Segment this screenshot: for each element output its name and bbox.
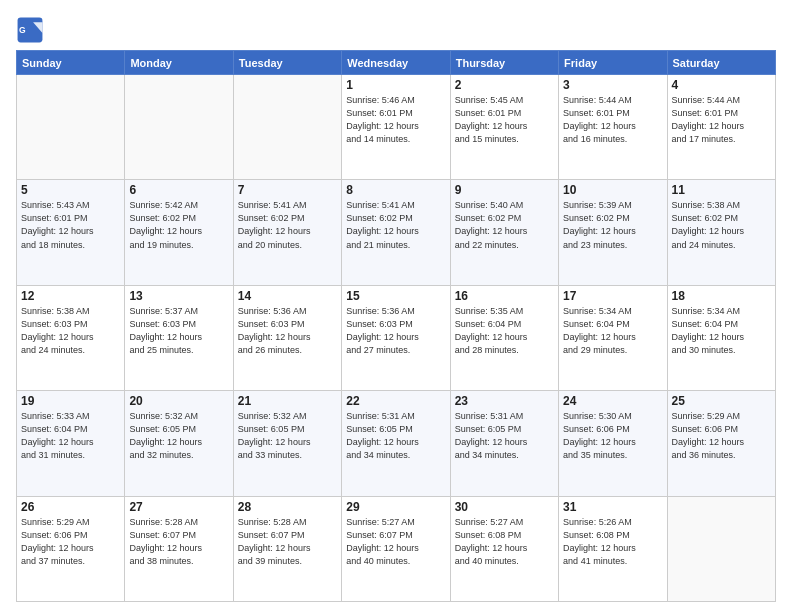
calendar-cell: 8Sunrise: 5:41 AM Sunset: 6:02 PM Daylig…	[342, 180, 450, 285]
header: G	[16, 12, 776, 44]
day-number: 1	[346, 78, 445, 92]
calendar-cell: 14Sunrise: 5:36 AM Sunset: 6:03 PM Dayli…	[233, 285, 341, 390]
weekday-header-row: SundayMondayTuesdayWednesdayThursdayFrid…	[17, 51, 776, 75]
day-number: 30	[455, 500, 554, 514]
day-number: 9	[455, 183, 554, 197]
day-info: Sunrise: 5:44 AM Sunset: 6:01 PM Dayligh…	[563, 94, 662, 146]
day-info: Sunrise: 5:29 AM Sunset: 6:06 PM Dayligh…	[672, 410, 771, 462]
day-info: Sunrise: 5:32 AM Sunset: 6:05 PM Dayligh…	[238, 410, 337, 462]
calendar-cell: 29Sunrise: 5:27 AM Sunset: 6:07 PM Dayli…	[342, 496, 450, 601]
calendar-cell: 19Sunrise: 5:33 AM Sunset: 6:04 PM Dayli…	[17, 391, 125, 496]
day-info: Sunrise: 5:42 AM Sunset: 6:02 PM Dayligh…	[129, 199, 228, 251]
calendar-cell: 2Sunrise: 5:45 AM Sunset: 6:01 PM Daylig…	[450, 75, 558, 180]
calendar-cell	[233, 75, 341, 180]
day-number: 2	[455, 78, 554, 92]
day-info: Sunrise: 5:43 AM Sunset: 6:01 PM Dayligh…	[21, 199, 120, 251]
weekday-header-wednesday: Wednesday	[342, 51, 450, 75]
calendar-week-4: 19Sunrise: 5:33 AM Sunset: 6:04 PM Dayli…	[17, 391, 776, 496]
day-number: 31	[563, 500, 662, 514]
calendar-cell	[17, 75, 125, 180]
day-number: 8	[346, 183, 445, 197]
logo-icon: G	[16, 16, 44, 44]
calendar-cell: 6Sunrise: 5:42 AM Sunset: 6:02 PM Daylig…	[125, 180, 233, 285]
weekday-header-monday: Monday	[125, 51, 233, 75]
calendar-cell: 15Sunrise: 5:36 AM Sunset: 6:03 PM Dayli…	[342, 285, 450, 390]
weekday-header-friday: Friday	[559, 51, 667, 75]
calendar-cell: 10Sunrise: 5:39 AM Sunset: 6:02 PM Dayli…	[559, 180, 667, 285]
svg-text:G: G	[19, 25, 26, 35]
day-number: 12	[21, 289, 120, 303]
calendar-cell: 1Sunrise: 5:46 AM Sunset: 6:01 PM Daylig…	[342, 75, 450, 180]
calendar-table: SundayMondayTuesdayWednesdayThursdayFrid…	[16, 50, 776, 602]
calendar-cell: 18Sunrise: 5:34 AM Sunset: 6:04 PM Dayli…	[667, 285, 775, 390]
calendar-cell: 31Sunrise: 5:26 AM Sunset: 6:08 PM Dayli…	[559, 496, 667, 601]
day-number: 21	[238, 394, 337, 408]
day-info: Sunrise: 5:35 AM Sunset: 6:04 PM Dayligh…	[455, 305, 554, 357]
day-info: Sunrise: 5:31 AM Sunset: 6:05 PM Dayligh…	[346, 410, 445, 462]
day-info: Sunrise: 5:36 AM Sunset: 6:03 PM Dayligh…	[346, 305, 445, 357]
day-number: 10	[563, 183, 662, 197]
day-number: 5	[21, 183, 120, 197]
calendar-cell: 30Sunrise: 5:27 AM Sunset: 6:08 PM Dayli…	[450, 496, 558, 601]
calendar-cell: 16Sunrise: 5:35 AM Sunset: 6:04 PM Dayli…	[450, 285, 558, 390]
calendar-cell: 25Sunrise: 5:29 AM Sunset: 6:06 PM Dayli…	[667, 391, 775, 496]
day-info: Sunrise: 5:30 AM Sunset: 6:06 PM Dayligh…	[563, 410, 662, 462]
day-info: Sunrise: 5:32 AM Sunset: 6:05 PM Dayligh…	[129, 410, 228, 462]
day-number: 18	[672, 289, 771, 303]
page: G SundayMondayTuesdayWednesdayThursdayFr…	[0, 0, 792, 612]
day-info: Sunrise: 5:38 AM Sunset: 6:03 PM Dayligh…	[21, 305, 120, 357]
calendar-cell: 9Sunrise: 5:40 AM Sunset: 6:02 PM Daylig…	[450, 180, 558, 285]
calendar-week-3: 12Sunrise: 5:38 AM Sunset: 6:03 PM Dayli…	[17, 285, 776, 390]
day-number: 6	[129, 183, 228, 197]
day-number: 29	[346, 500, 445, 514]
day-number: 28	[238, 500, 337, 514]
day-info: Sunrise: 5:26 AM Sunset: 6:08 PM Dayligh…	[563, 516, 662, 568]
day-number: 16	[455, 289, 554, 303]
day-number: 13	[129, 289, 228, 303]
day-info: Sunrise: 5:27 AM Sunset: 6:07 PM Dayligh…	[346, 516, 445, 568]
day-number: 7	[238, 183, 337, 197]
day-info: Sunrise: 5:44 AM Sunset: 6:01 PM Dayligh…	[672, 94, 771, 146]
day-number: 4	[672, 78, 771, 92]
day-number: 24	[563, 394, 662, 408]
logo: G	[16, 16, 48, 44]
calendar-cell: 26Sunrise: 5:29 AM Sunset: 6:06 PM Dayli…	[17, 496, 125, 601]
day-info: Sunrise: 5:34 AM Sunset: 6:04 PM Dayligh…	[563, 305, 662, 357]
calendar-cell: 27Sunrise: 5:28 AM Sunset: 6:07 PM Dayli…	[125, 496, 233, 601]
day-info: Sunrise: 5:29 AM Sunset: 6:06 PM Dayligh…	[21, 516, 120, 568]
calendar-cell: 17Sunrise: 5:34 AM Sunset: 6:04 PM Dayli…	[559, 285, 667, 390]
day-info: Sunrise: 5:33 AM Sunset: 6:04 PM Dayligh…	[21, 410, 120, 462]
calendar-cell: 5Sunrise: 5:43 AM Sunset: 6:01 PM Daylig…	[17, 180, 125, 285]
day-info: Sunrise: 5:38 AM Sunset: 6:02 PM Dayligh…	[672, 199, 771, 251]
calendar-week-2: 5Sunrise: 5:43 AM Sunset: 6:01 PM Daylig…	[17, 180, 776, 285]
calendar-cell: 3Sunrise: 5:44 AM Sunset: 6:01 PM Daylig…	[559, 75, 667, 180]
calendar-cell: 13Sunrise: 5:37 AM Sunset: 6:03 PM Dayli…	[125, 285, 233, 390]
calendar-cell: 20Sunrise: 5:32 AM Sunset: 6:05 PM Dayli…	[125, 391, 233, 496]
day-info: Sunrise: 5:37 AM Sunset: 6:03 PM Dayligh…	[129, 305, 228, 357]
day-info: Sunrise: 5:27 AM Sunset: 6:08 PM Dayligh…	[455, 516, 554, 568]
day-info: Sunrise: 5:34 AM Sunset: 6:04 PM Dayligh…	[672, 305, 771, 357]
calendar-cell: 12Sunrise: 5:38 AM Sunset: 6:03 PM Dayli…	[17, 285, 125, 390]
day-info: Sunrise: 5:41 AM Sunset: 6:02 PM Dayligh…	[346, 199, 445, 251]
day-number: 14	[238, 289, 337, 303]
weekday-header-saturday: Saturday	[667, 51, 775, 75]
day-number: 3	[563, 78, 662, 92]
day-info: Sunrise: 5:46 AM Sunset: 6:01 PM Dayligh…	[346, 94, 445, 146]
day-number: 26	[21, 500, 120, 514]
calendar-cell: 7Sunrise: 5:41 AM Sunset: 6:02 PM Daylig…	[233, 180, 341, 285]
calendar-cell: 28Sunrise: 5:28 AM Sunset: 6:07 PM Dayli…	[233, 496, 341, 601]
weekday-header-thursday: Thursday	[450, 51, 558, 75]
day-info: Sunrise: 5:39 AM Sunset: 6:02 PM Dayligh…	[563, 199, 662, 251]
day-info: Sunrise: 5:28 AM Sunset: 6:07 PM Dayligh…	[129, 516, 228, 568]
day-number: 20	[129, 394, 228, 408]
calendar-cell	[125, 75, 233, 180]
calendar-cell: 23Sunrise: 5:31 AM Sunset: 6:05 PM Dayli…	[450, 391, 558, 496]
calendar-cell	[667, 496, 775, 601]
day-info: Sunrise: 5:31 AM Sunset: 6:05 PM Dayligh…	[455, 410, 554, 462]
day-info: Sunrise: 5:40 AM Sunset: 6:02 PM Dayligh…	[455, 199, 554, 251]
day-number: 17	[563, 289, 662, 303]
calendar-cell: 11Sunrise: 5:38 AM Sunset: 6:02 PM Dayli…	[667, 180, 775, 285]
weekday-header-sunday: Sunday	[17, 51, 125, 75]
day-number: 19	[21, 394, 120, 408]
calendar-cell: 4Sunrise: 5:44 AM Sunset: 6:01 PM Daylig…	[667, 75, 775, 180]
